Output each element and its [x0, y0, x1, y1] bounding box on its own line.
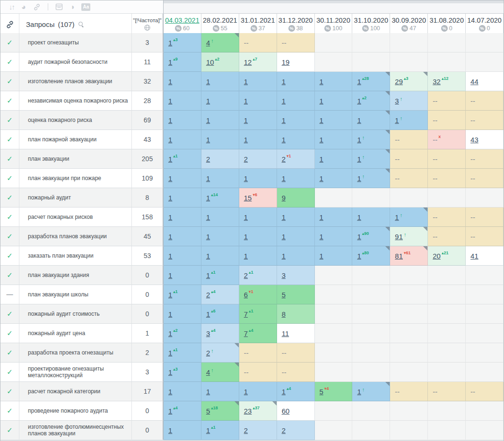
position-cell[interactable]: 1: [277, 169, 315, 188]
position-cell[interactable]: --: [466, 149, 504, 169]
position-value[interactable]: 1: [206, 252, 210, 260]
position-value[interactable]: 1: [168, 329, 172, 337]
position-cell[interactable]: 1▴3: [164, 363, 201, 382]
position-cell[interactable]: 2: [239, 421, 277, 440]
position-cell[interactable]: 1↑: [352, 130, 390, 149]
position-cell[interactable]: 1: [352, 111, 390, 130]
position-value[interactable]: 5: [320, 388, 323, 396]
position-cell[interactable]: 3↑: [390, 91, 428, 111]
position-cell[interactable]: 1: [164, 91, 201, 111]
position-value[interactable]: 29: [395, 78, 403, 86]
keyword-label[interactable]: расчет пожарных рисков: [28, 214, 93, 220]
position-cell[interactable]: 1: [315, 246, 353, 266]
position-value[interactable]: 1: [168, 155, 172, 163]
position-cell[interactable]: 1: [277, 208, 315, 227]
position-value[interactable]: 1: [168, 97, 172, 105]
position-value[interactable]: 2: [244, 155, 248, 163]
position-value[interactable]: 1: [320, 136, 323, 144]
position-value[interactable]: 1: [168, 39, 172, 47]
keyword-label[interactable]: разработка планов эвакуации: [28, 233, 107, 240]
position-value[interactable]: 5: [206, 407, 210, 415]
position-value[interactable]: 9: [282, 194, 286, 202]
position-cell[interactable]: 1: [164, 169, 201, 188]
keyword-label[interactable]: изготовление фотолюминесцентных планов э…: [28, 424, 129, 437]
position-cell[interactable]: 43: [466, 130, 504, 149]
position-value[interactable]: 1: [320, 97, 323, 105]
position-cell[interactable]: 1▴28: [352, 72, 390, 91]
position-cell[interactable]: 2▴4: [201, 285, 239, 304]
position-cell[interactable]: 1: [164, 304, 201, 324]
row-checkbox[interactable]: ✓: [0, 130, 19, 149]
position-cell[interactable]: 4↑: [201, 33, 239, 52]
position-value[interactable]: 1: [282, 136, 286, 144]
position-value[interactable]: 1: [357, 174, 361, 182]
position-cell[interactable]: --: [466, 208, 504, 227]
position-cell[interactable]: 1▴3: [164, 33, 201, 52]
position-cell[interactable]: 1: [315, 111, 353, 130]
position-value[interactable]: 1: [206, 194, 210, 202]
position-value[interactable]: 11: [282, 329, 289, 337]
position-value[interactable]: 1: [168, 426, 172, 434]
position-value[interactable]: 1: [168, 174, 172, 182]
position-value[interactable]: 8: [282, 310, 286, 318]
position-value[interactable]: 1: [320, 213, 323, 221]
position-cell[interactable]: 1: [201, 246, 239, 266]
position-value[interactable]: 1: [357, 233, 361, 241]
position-cell[interactable]: 5: [277, 285, 315, 304]
row-checkbox[interactable]: ✓: [0, 324, 19, 343]
position-cell[interactable]: --: [466, 91, 504, 111]
position-value[interactable]: 1: [168, 291, 172, 299]
position-cell[interactable]: 1: [164, 266, 201, 285]
position-value[interactable]: 1: [168, 233, 172, 241]
position-cell[interactable]: 1: [239, 246, 277, 266]
position-value[interactable]: 1: [206, 78, 210, 86]
text-style-icon[interactable]: Aa: [81, 3, 90, 11]
position-value[interactable]: 1: [206, 136, 210, 144]
position-cell[interactable]: --: [428, 382, 466, 401]
position-cell[interactable]: 1↑: [390, 208, 428, 227]
position-cell[interactable]: 1: [315, 208, 353, 227]
keyword-label[interactable]: пожарный аудит цена: [28, 330, 85, 337]
row-checkbox[interactable]: ✓: [0, 208, 19, 227]
position-cell[interactable]: 1: [201, 72, 239, 91]
position-value[interactable]: 1: [168, 213, 172, 221]
position-cell[interactable]: 1↑: [352, 169, 390, 188]
position-value[interactable]: 15: [244, 194, 252, 202]
row-checkbox[interactable]: ✓: [0, 401, 19, 421]
position-cell[interactable]: 1▴1: [164, 343, 201, 363]
position-cell[interactable]: 1: [201, 208, 239, 227]
keyword-label[interactable]: план эвакуации при пожаре: [28, 175, 101, 182]
position-value[interactable]: 1: [168, 310, 172, 318]
keyword-label[interactable]: разработка проекта огнезащиты: [28, 349, 113, 356]
position-value[interactable]: 1: [168, 407, 172, 415]
position-value[interactable]: 1: [320, 155, 323, 163]
position-value[interactable]: 1: [244, 252, 248, 260]
position-cell[interactable]: 1: [239, 382, 277, 401]
position-cell[interactable]: 41: [466, 246, 504, 266]
position-value[interactable]: 1: [206, 271, 210, 279]
position-cell[interactable]: 2↑: [201, 343, 239, 363]
date-column-header[interactable]: 31.12.2020%38: [277, 14, 315, 36]
position-cell[interactable]: --: [428, 208, 466, 227]
position-value[interactable]: 3: [282, 271, 286, 279]
position-cell[interactable]: 1▴9: [164, 52, 201, 72]
position-cell[interactable]: 1: [201, 227, 239, 246]
keyword-label[interactable]: план эвакуации школы: [28, 291, 88, 298]
position-cell[interactable]: 1▴2: [352, 91, 390, 111]
position-value[interactable]: 1: [320, 233, 323, 241]
sort-icon[interactable]: ↓↑: [9, 3, 14, 10]
position-cell[interactable]: 1↑: [390, 111, 428, 130]
position-cell[interactable]: 1: [277, 227, 315, 246]
row-checkbox[interactable]: ✓: [0, 52, 19, 72]
position-cell[interactable]: 1: [164, 111, 201, 130]
position-value[interactable]: 1: [206, 233, 210, 241]
position-value[interactable]: 60: [282, 407, 290, 415]
position-cell[interactable]: --: [390, 169, 428, 188]
position-cell[interactable]: 1▴90: [352, 227, 390, 246]
position-value[interactable]: 1: [206, 213, 210, 221]
position-value[interactable]: 44: [470, 78, 478, 86]
position-cell[interactable]: 1: [164, 130, 201, 149]
keyword-label[interactable]: изготовление планов эвакуации: [28, 78, 112, 85]
position-cell[interactable]: --: [466, 111, 504, 130]
position-cell[interactable]: 1▴1: [201, 266, 239, 285]
